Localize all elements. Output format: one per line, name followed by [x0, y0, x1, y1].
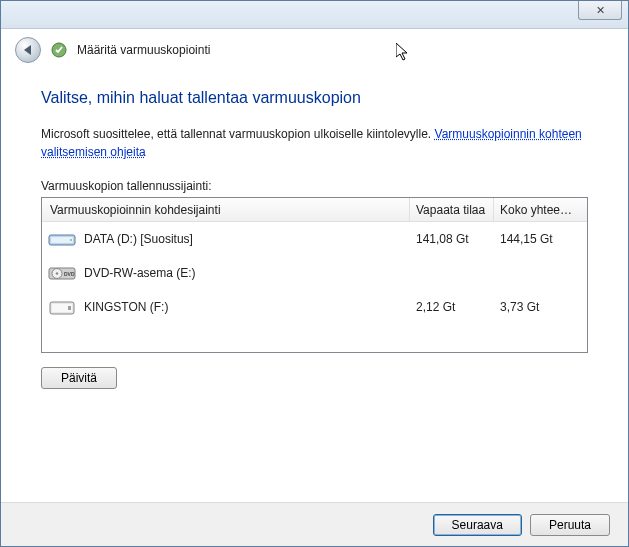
drive-name: KINGSTON (F:) [84, 300, 168, 314]
back-button[interactable] [15, 37, 41, 63]
refresh-row: Päivitä [41, 367, 588, 389]
drive-total: 144,15 Gt [494, 222, 572, 256]
list-label: Varmuuskopion tallennussijainti: [41, 179, 588, 193]
svg-rect-2 [51, 237, 73, 243]
description-text: Microsoft suosittelee, että tallennat va… [41, 127, 435, 141]
list-item[interactable]: DATA (D:) [Suositus] 141,08 Gt 144,15 Gt [42, 222, 587, 256]
drive-free [410, 256, 494, 290]
svg-point-3 [70, 239, 72, 241]
drive-free: 2,12 Gt [410, 290, 494, 324]
external-drive-icon [48, 296, 76, 318]
drive-name: DVD-RW-asema (E:) [84, 266, 196, 280]
cancel-button[interactable]: Peruuta [530, 514, 610, 536]
drive-total: 3,73 Gt [494, 290, 572, 324]
content: Valitse, mihin haluat tallentaa varmuusk… [1, 71, 628, 389]
description: Microsoft suosittelee, että tallennat va… [41, 125, 588, 161]
arrow-left-icon [24, 45, 31, 55]
column-header-free[interactable]: Vapaata tilaa [410, 198, 494, 221]
column-header-destination[interactable]: Varmuuskopioinnin kohdesijainti [42, 198, 410, 221]
backup-icon [51, 42, 67, 58]
drive-listbox: Varmuuskopioinnin kohdesijainti Vapaata … [41, 197, 588, 353]
list-item[interactable]: KINGSTON (F:) 2,12 Gt 3,73 Gt [42, 290, 587, 324]
drive-name: DATA (D:) [Suositus] [84, 232, 193, 246]
dvd-icon: DVD [48, 262, 76, 284]
app-title: Määritä varmuuskopiointi [77, 43, 210, 57]
list-body: DATA (D:) [Suositus] 141,08 Gt 144,15 Gt… [42, 222, 587, 324]
footer: Seuraava Peruuta [1, 502, 628, 546]
list-header: Varmuuskopioinnin kohdesijainti Vapaata … [42, 198, 587, 222]
titlebar: ✕ [1, 1, 628, 29]
list-item[interactable]: DVD DVD-RW-asema (E:) [42, 256, 587, 290]
svg-text:DVD: DVD [64, 271, 75, 277]
drive-free: 141,08 Gt [410, 222, 494, 256]
svg-point-6 [56, 272, 58, 274]
svg-rect-10 [68, 306, 71, 310]
hdd-icon [48, 228, 76, 250]
page-title: Valitse, mihin haluat tallentaa varmuusk… [41, 89, 588, 107]
column-header-total[interactable]: Koko yhtee… [494, 198, 572, 221]
header: Määritä varmuuskopiointi [1, 29, 628, 71]
refresh-button[interactable]: Päivitä [41, 367, 117, 389]
close-icon: ✕ [596, 4, 605, 17]
next-button[interactable]: Seuraava [433, 514, 522, 536]
wizard-window: ✕ Määritä varmuuskopiointi Valitse, mihi… [0, 0, 629, 547]
close-button[interactable]: ✕ [578, 1, 622, 20]
drive-total [494, 256, 572, 290]
